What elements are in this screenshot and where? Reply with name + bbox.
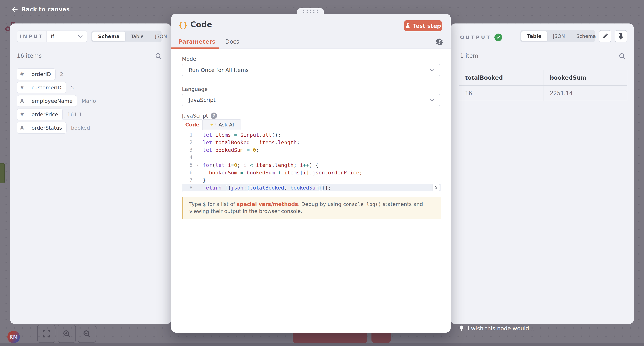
schema-field-row[interactable]: #orderPrice 161.1 xyxy=(17,108,82,120)
input-tab-schema[interactable]: Schema xyxy=(92,32,125,41)
help-icon[interactable]: ? xyxy=(211,112,217,119)
input-view-tabs: Schema Table JSON xyxy=(92,30,162,42)
number-type-icon: # xyxy=(17,68,27,80)
chevron-down-icon xyxy=(430,98,435,102)
output-table-row[interactable]: 16 2251.14 xyxy=(459,86,627,101)
output-column-header[interactable]: bookedSum xyxy=(544,70,627,86)
input-tab-json[interactable]: JSON xyxy=(149,32,172,41)
pin-icon xyxy=(618,33,624,40)
output-cell: 16 xyxy=(459,86,544,101)
editor-tab-ask-ai-label: Ask AI xyxy=(218,122,234,128)
input-tab-table[interactable]: Table xyxy=(125,32,149,41)
language-select[interactable]: JavaScript xyxy=(182,94,440,106)
field-name: employeeName xyxy=(27,98,77,104)
output-tab-table[interactable]: Table xyxy=(522,31,547,41)
hint-text: . Debug by using xyxy=(298,201,343,207)
output-tab-schema[interactable]: Schema xyxy=(570,31,602,41)
pencil-icon xyxy=(602,33,608,40)
code-line-4[interactable]: 4 xyxy=(182,154,441,161)
back-to-canvas-button[interactable]: Back to canvas xyxy=(11,6,70,13)
drag-handle[interactable] xyxy=(297,8,324,14)
editor-tab-code[interactable]: Code xyxy=(182,119,203,130)
code-line-5[interactable]: 5∨for(let i=0; i < items.length; i++) { xyxy=(182,161,441,169)
number-type-icon: # xyxy=(17,82,27,93)
field-name: orderPrice xyxy=(27,111,62,118)
output-panel: OUTPUT Table JSON Schema 1 item totalBoo… xyxy=(451,24,634,324)
hint-code: console.log() xyxy=(343,202,381,207)
output-view-tabs: Table JSON Schema xyxy=(520,30,595,42)
field-value: Mario xyxy=(82,98,96,104)
pin-output-button[interactable] xyxy=(615,30,627,42)
output-items-count: 1 item xyxy=(460,52,478,59)
field-value: 5 xyxy=(70,84,74,90)
editor-tab-code-label: Code xyxy=(185,122,200,128)
field-name: orderID xyxy=(27,71,55,77)
wish-label: I wish this node would... xyxy=(468,325,534,332)
schema-field-row[interactable]: #customerID 5 xyxy=(17,82,74,94)
test-step-label: Test step xyxy=(413,23,441,29)
editor-label: JavaScript xyxy=(182,113,208,119)
avatar-initials: KM xyxy=(9,334,18,340)
zoom-out-icon xyxy=(82,330,91,338)
schema-field-row[interactable]: #orderID 2 xyxy=(17,68,63,80)
node-title: Code xyxy=(190,20,212,29)
input-label: INPUT xyxy=(17,31,47,42)
canvas-node-partial xyxy=(0,163,5,183)
output-label: OUTPUT xyxy=(460,34,492,40)
zoom-in-icon xyxy=(62,330,71,338)
tab-docs[interactable]: Docs xyxy=(225,38,239,45)
output-tab-json[interactable]: JSON xyxy=(547,31,570,41)
editor-tab-ask-ai[interactable]: ✦✦ Ask AI xyxy=(202,119,241,130)
chevron-down-icon xyxy=(78,35,83,38)
sparkles-icon: ✦✦ xyxy=(210,122,216,128)
field-value: 161.1 xyxy=(67,111,82,118)
code-line-8[interactable]: 8return [{json:{totalBooked, bookedSum}}… xyxy=(182,184,441,191)
code-line-7[interactable]: 7} xyxy=(182,176,441,184)
fold-icon[interactable]: ∨ xyxy=(196,163,198,167)
line-number: 3 xyxy=(182,146,200,154)
zoom-in-button[interactable] xyxy=(58,325,76,343)
avatar[interactable]: KM xyxy=(8,331,20,343)
line-number: 8 xyxy=(182,184,200,191)
schema-field-row[interactable]: AorderStatus booked xyxy=(17,122,90,134)
search-icon[interactable] xyxy=(155,52,163,60)
code-line-3[interactable]: 3let bookedSum = 0; xyxy=(182,146,441,154)
expand-editor-button[interactable] xyxy=(432,184,440,191)
line-number: 7 xyxy=(182,176,200,184)
schema-field-row[interactable]: AemployeeName Mario xyxy=(17,95,96,107)
number-type-icon: # xyxy=(17,109,27,120)
mode-label: Mode xyxy=(182,56,196,62)
line-number: 5∨ xyxy=(182,161,200,169)
hint-text: Type $ for a list of xyxy=(189,201,237,207)
gear-icon[interactable] xyxy=(435,38,444,46)
mode-select[interactable]: Run Once for All Items xyxy=(182,64,440,76)
input-panel: INPUT If Schema Table JSON 16 items #ord… xyxy=(10,24,171,324)
output-table: totalBooked bookedSum 16 2251.14 xyxy=(459,70,628,101)
field-name: orderStatus xyxy=(27,125,66,131)
language-label: Language xyxy=(182,86,208,92)
code-line-2[interactable]: 2let totalBooked = items.length; xyxy=(182,138,441,146)
code-line-1[interactable]: 1let items = $input.all(); xyxy=(182,131,441,138)
input-node-selector[interactable]: INPUT If xyxy=(17,30,87,42)
chevron-down-icon xyxy=(430,68,435,72)
zoom-out-button[interactable] xyxy=(78,325,96,343)
editor-hint: Type $ for a list of special vars/method… xyxy=(182,197,441,219)
code-node-icon: {} xyxy=(178,21,188,29)
special-vars-link[interactable]: special vars/methods xyxy=(237,201,298,207)
code-line-6[interactable]: 6 bookedSum = bookedSum + items[i].json.… xyxy=(182,169,441,176)
success-check-icon xyxy=(494,34,502,41)
line-number: 1 xyxy=(182,131,200,138)
node-feedback-link[interactable]: I wish this node would... xyxy=(458,325,534,332)
edit-output-button[interactable] xyxy=(599,30,611,42)
code-editor[interactable]: 1let items = $input.all();2let totalBook… xyxy=(182,130,441,192)
search-icon[interactable] xyxy=(618,52,626,60)
output-cell: 2251.14 xyxy=(544,86,627,101)
fit-view-icon xyxy=(42,330,50,338)
fit-view-button[interactable] xyxy=(37,325,55,343)
test-step-button[interactable]: Test step xyxy=(404,20,442,31)
output-column-header[interactable]: totalBooked xyxy=(459,70,544,86)
back-arrow-icon xyxy=(11,6,18,13)
tab-parameters[interactable]: Parameters xyxy=(178,38,215,45)
expand-icon xyxy=(434,185,438,190)
field-value: booked xyxy=(71,125,90,131)
